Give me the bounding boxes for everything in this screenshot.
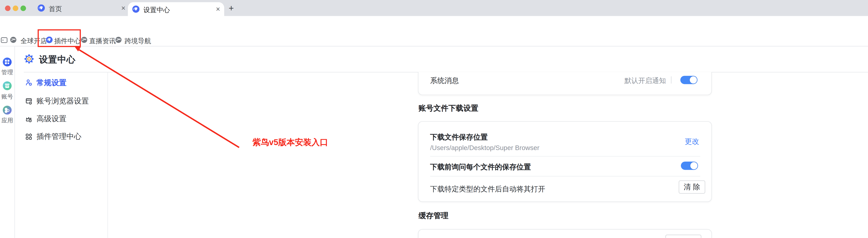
store-icon [3,81,11,90]
system-message-card: 系统消息 默认开启通知 [418,72,712,95]
rail-item-accounts[interactable] [3,81,11,90]
section-heading-cache: 缓存管理 [418,211,448,221]
tab-title: 设置中心 [143,6,170,15]
settings-nav-label: 高级设置 [37,114,66,123]
rail-item-apps[interactable] [3,105,11,114]
traffic-light-minimize[interactable] [12,6,18,11]
system-notify-toggle[interactable] [680,76,698,84]
change-link[interactable]: 更改 [685,137,699,147]
bookmark-live-news[interactable]: 直播资讯 [81,35,111,46]
download-location-label: 下载文件保存位置 [430,132,488,142]
side-panel-toggle-icon[interactable] [1,37,8,44]
bookmark-label: 跨境导航 [125,37,151,46]
browser-window: 首页 × 设置中心 × + [0,0,868,238]
ziniao-favicon-icon [38,4,45,11]
rail-label: 账号 [0,93,14,101]
annotation-text: 紫鸟v5版本安装入口 [252,137,328,148]
row-divider [430,176,701,176]
settings-nav-general[interactable]: 常规设置 [26,78,106,89]
row-divider [430,156,701,157]
traffic-light-close[interactable] [5,6,10,11]
apps-hex-icon [3,105,11,114]
ask-location-label: 下载前询问每个文件的保存位置 [430,162,531,172]
auto-open-label: 下载特定类型的文件后自动将其打开 [430,184,545,194]
browser-gear-icon [26,98,32,104]
settings-nav-label: 常规设置 [37,78,66,87]
grid-icon [3,57,11,66]
user-gear-icon [26,79,32,86]
cache-action-button[interactable] [665,234,701,238]
settings-nav-border [107,72,108,238]
cache-card [418,229,712,238]
bookmark-cross-border-nav[interactable]: 跨境导航 [115,35,145,46]
globe-icon [81,37,87,43]
toggle-note: 默认开启通知 [624,76,666,86]
globe-icon [10,37,17,43]
new-tab-button[interactable]: + [228,3,234,13]
annotation-highlight-box [37,29,81,47]
toggle-knob [690,76,697,83]
app-rail: 管理 账号 应用 [0,46,15,238]
note-separator [671,76,672,83]
crown-gear-icon [26,115,32,122]
tab-title: 首页 [49,4,62,14]
tab-close-icon[interactable]: × [216,6,220,12]
tab-settings-center[interactable]: 设置中心 × [128,2,224,16]
tab-close-icon[interactable]: × [121,5,125,11]
section-heading-download: 账号文件下载设置 [418,103,478,113]
settings-gear-icon [24,54,34,64]
plugin-grid-icon [26,133,32,140]
clear-button[interactable]: 清 除 [679,180,705,194]
bookmark-global-store[interactable]: 全球开店 [10,35,40,46]
rail-label: 应用 [0,117,14,125]
traffic-light-zoom[interactable] [20,6,26,11]
settings-nav-advanced[interactable]: 高级设置 [26,114,106,125]
toggle-knob [690,162,698,169]
ask-location-toggle[interactable] [681,161,698,170]
download-location-path: /Users/apple/Desktop/Super Browser [430,144,539,151]
tab-home[interactable]: 首页 × [31,0,128,16]
settings-nav-account-browser[interactable]: 账号浏览器设置 [26,96,106,107]
settings-nav-plugin-manage[interactable]: 插件管理中心 [26,132,106,143]
system-message-label: 系统消息 [430,76,459,86]
settings-nav-label: 账号浏览器设置 [37,97,89,105]
settings-nav-label: 插件管理中心 [37,132,82,141]
bookmarks-bar: 全球开店 插件中心 直播资讯 跨境导航 [0,35,868,46]
download-settings-card: 下载文件保存位置 /Users/apple/Desktop/Super Brow… [418,121,712,202]
rail-label: 管理 [0,68,14,76]
globe-icon [115,37,122,43]
rail-item-manage[interactable] [3,57,11,66]
toolbar: 设置 设置 [0,16,868,35]
page-title: 设置中心 [39,54,76,65]
tab-strip: 首页 × 设置中心 × + [0,0,868,16]
bookmark-label: 直播资讯 [89,37,116,46]
ziniao-favicon-icon [132,6,140,13]
